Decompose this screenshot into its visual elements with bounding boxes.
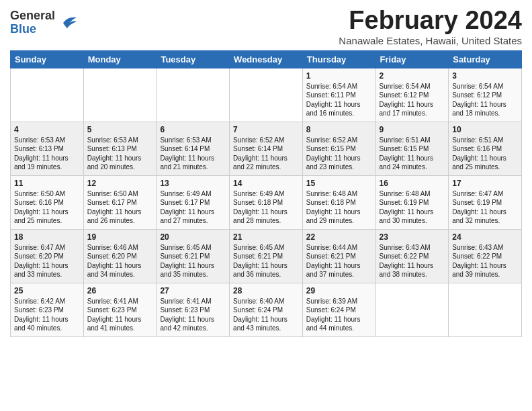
calendar-title: February 2024 xyxy=(339,7,522,35)
day-number: 20 xyxy=(160,232,226,242)
calendar-cell xyxy=(375,283,449,336)
day-info: Sunrise: 6:44 AMSunset: 6:21 PMDaylight:… xyxy=(306,243,372,279)
calendar-cell: 9Sunrise: 6:51 AMSunset: 6:15 PMDaylight… xyxy=(375,122,449,175)
calendar-cell: 23Sunrise: 6:43 AMSunset: 6:22 PMDayligh… xyxy=(375,229,449,283)
logo-bird-icon xyxy=(58,15,78,31)
calendar-cell: 12Sunrise: 6:50 AMSunset: 6:17 PMDayligh… xyxy=(83,175,157,229)
day-info: Sunrise: 6:45 AMSunset: 6:21 PMDaylight:… xyxy=(160,243,226,279)
day-number: 19 xyxy=(87,232,153,242)
calendar-cell: 21Sunrise: 6:45 AMSunset: 6:21 PMDayligh… xyxy=(230,229,303,283)
day-info: Sunrise: 6:54 AMSunset: 6:12 PMDaylight:… xyxy=(380,82,445,118)
day-number: 29 xyxy=(306,286,372,295)
calendar-week-row: 1Sunrise: 6:54 AMSunset: 6:11 PMDaylight… xyxy=(11,68,522,122)
calendar-cell: 8Sunrise: 6:52 AMSunset: 6:15 PMDaylight… xyxy=(302,122,375,175)
day-number: 8 xyxy=(306,125,372,134)
calendar-header-row: SundayMondayTuesdayWednesdayThursdayFrid… xyxy=(11,50,522,68)
day-number: 11 xyxy=(14,179,80,188)
calendar-header-sunday: Sunday xyxy=(11,50,84,68)
day-number: 21 xyxy=(233,232,299,242)
day-info: Sunrise: 6:46 AMSunset: 6:20 PMDaylight:… xyxy=(87,243,153,279)
day-number: 22 xyxy=(306,232,372,242)
day-number: 13 xyxy=(160,179,226,188)
calendar-cell: 13Sunrise: 6:49 AMSunset: 6:17 PMDayligh… xyxy=(157,175,230,229)
day-number: 4 xyxy=(14,125,80,134)
logo-blue-text: Blue xyxy=(10,23,55,36)
day-info: Sunrise: 6:52 AMSunset: 6:15 PMDaylight:… xyxy=(306,136,372,172)
day-number: 9 xyxy=(380,125,445,134)
day-info: Sunrise: 6:50 AMSunset: 6:16 PMDaylight:… xyxy=(14,189,80,226)
calendar-cell: 19Sunrise: 6:46 AMSunset: 6:20 PMDayligh… xyxy=(83,229,157,283)
calendar-header-saturday: Saturday xyxy=(449,50,522,68)
day-number: 24 xyxy=(452,232,518,242)
day-number: 28 xyxy=(233,286,299,295)
calendar-table: SundayMondayTuesdayWednesdayThursdayFrid… xyxy=(10,50,522,337)
day-info: Sunrise: 6:45 AMSunset: 6:21 PMDaylight:… xyxy=(233,243,299,279)
calendar-week-row: 18Sunrise: 6:47 AMSunset: 6:20 PMDayligh… xyxy=(11,229,522,283)
calendar-cell: 1Sunrise: 6:54 AMSunset: 6:11 PMDaylight… xyxy=(302,68,375,122)
calendar-week-row: 25Sunrise: 6:42 AMSunset: 6:23 PMDayligh… xyxy=(11,283,522,336)
day-info: Sunrise: 6:48 AMSunset: 6:19 PMDaylight:… xyxy=(380,189,445,226)
calendar-header-tuesday: Tuesday xyxy=(157,50,230,68)
day-info: Sunrise: 6:53 AMSunset: 6:14 PMDaylight:… xyxy=(160,136,226,172)
calendar-cell: 29Sunrise: 6:39 AMSunset: 6:24 PMDayligh… xyxy=(302,283,375,336)
calendar-cell: 16Sunrise: 6:48 AMSunset: 6:19 PMDayligh… xyxy=(375,175,449,229)
day-number: 5 xyxy=(87,125,153,134)
calendar-cell: 14Sunrise: 6:49 AMSunset: 6:18 PMDayligh… xyxy=(230,175,303,229)
day-info: Sunrise: 6:49 AMSunset: 6:17 PMDaylight:… xyxy=(160,189,226,226)
day-info: Sunrise: 6:48 AMSunset: 6:18 PMDaylight:… xyxy=(306,189,372,226)
day-info: Sunrise: 6:54 AMSunset: 6:12 PMDaylight:… xyxy=(452,82,518,118)
calendar-cell: 18Sunrise: 6:47 AMSunset: 6:20 PMDayligh… xyxy=(11,229,84,283)
calendar-cell: 17Sunrise: 6:47 AMSunset: 6:19 PMDayligh… xyxy=(449,175,522,229)
day-info: Sunrise: 6:42 AMSunset: 6:23 PMDaylight:… xyxy=(14,297,80,333)
day-number: 10 xyxy=(452,125,518,134)
calendar-header-wednesday: Wednesday xyxy=(230,50,303,68)
calendar-cell: 6Sunrise: 6:53 AMSunset: 6:14 PMDaylight… xyxy=(157,122,230,175)
calendar-cell: 3Sunrise: 6:54 AMSunset: 6:12 PMDaylight… xyxy=(449,68,522,122)
day-info: Sunrise: 6:49 AMSunset: 6:18 PMDaylight:… xyxy=(233,189,299,226)
day-info: Sunrise: 6:53 AMSunset: 6:13 PMDaylight:… xyxy=(87,136,153,172)
calendar-cell: 10Sunrise: 6:51 AMSunset: 6:16 PMDayligh… xyxy=(449,122,522,175)
day-number: 17 xyxy=(452,179,518,188)
calendar-cell xyxy=(11,68,84,122)
day-number: 1 xyxy=(306,71,372,81)
calendar-cell xyxy=(157,68,230,122)
calendar-subtitle: Nanawale Estates, Hawaii, United States xyxy=(339,35,522,46)
calendar-cell: 7Sunrise: 6:52 AMSunset: 6:14 PMDaylight… xyxy=(230,122,303,175)
calendar-cell: 26Sunrise: 6:41 AMSunset: 6:23 PMDayligh… xyxy=(83,283,157,336)
day-number: 26 xyxy=(87,286,153,295)
day-info: Sunrise: 6:54 AMSunset: 6:11 PMDaylight:… xyxy=(306,82,372,118)
calendar-cell xyxy=(449,283,522,336)
day-info: Sunrise: 6:39 AMSunset: 6:24 PMDaylight:… xyxy=(306,297,372,333)
day-number: 12 xyxy=(87,179,153,188)
day-info: Sunrise: 6:40 AMSunset: 6:24 PMDaylight:… xyxy=(233,297,299,333)
calendar-cell: 27Sunrise: 6:41 AMSunset: 6:23 PMDayligh… xyxy=(157,283,230,336)
day-info: Sunrise: 6:50 AMSunset: 6:17 PMDaylight:… xyxy=(87,189,153,226)
day-info: Sunrise: 6:53 AMSunset: 6:13 PMDaylight:… xyxy=(14,136,80,172)
day-info: Sunrise: 6:52 AMSunset: 6:14 PMDaylight:… xyxy=(233,136,299,172)
day-number: 2 xyxy=(380,71,445,81)
calendar-week-row: 4Sunrise: 6:53 AMSunset: 6:13 PMDaylight… xyxy=(11,122,522,175)
day-number: 16 xyxy=(380,179,445,188)
day-number: 15 xyxy=(306,179,372,188)
day-number: 27 xyxy=(160,286,226,295)
day-info: Sunrise: 6:43 AMSunset: 6:22 PMDaylight:… xyxy=(380,243,445,279)
day-number: 14 xyxy=(233,179,299,188)
calendar-cell xyxy=(230,68,303,122)
calendar-cell: 24Sunrise: 6:43 AMSunset: 6:22 PMDayligh… xyxy=(449,229,522,283)
calendar-cell: 25Sunrise: 6:42 AMSunset: 6:23 PMDayligh… xyxy=(11,283,84,336)
day-number: 18 xyxy=(14,232,80,242)
calendar-header-monday: Monday xyxy=(83,50,157,68)
title-area: February 2024 Nanawale Estates, Hawaii, … xyxy=(339,7,522,46)
day-number: 25 xyxy=(14,286,80,295)
day-info: Sunrise: 6:47 AMSunset: 6:19 PMDaylight:… xyxy=(452,189,518,226)
calendar-cell: 28Sunrise: 6:40 AMSunset: 6:24 PMDayligh… xyxy=(230,283,303,336)
day-info: Sunrise: 6:43 AMSunset: 6:22 PMDaylight:… xyxy=(452,243,518,279)
day-number: 6 xyxy=(160,125,226,134)
calendar-cell: 15Sunrise: 6:48 AMSunset: 6:18 PMDayligh… xyxy=(302,175,375,229)
calendar-cell xyxy=(83,68,157,122)
calendar-cell: 5Sunrise: 6:53 AMSunset: 6:13 PMDaylight… xyxy=(83,122,157,175)
calendar-cell: 11Sunrise: 6:50 AMSunset: 6:16 PMDayligh… xyxy=(11,175,84,229)
day-info: Sunrise: 6:41 AMSunset: 6:23 PMDaylight:… xyxy=(160,297,226,333)
day-number: 7 xyxy=(233,125,299,134)
day-info: Sunrise: 6:47 AMSunset: 6:20 PMDaylight:… xyxy=(14,243,80,279)
